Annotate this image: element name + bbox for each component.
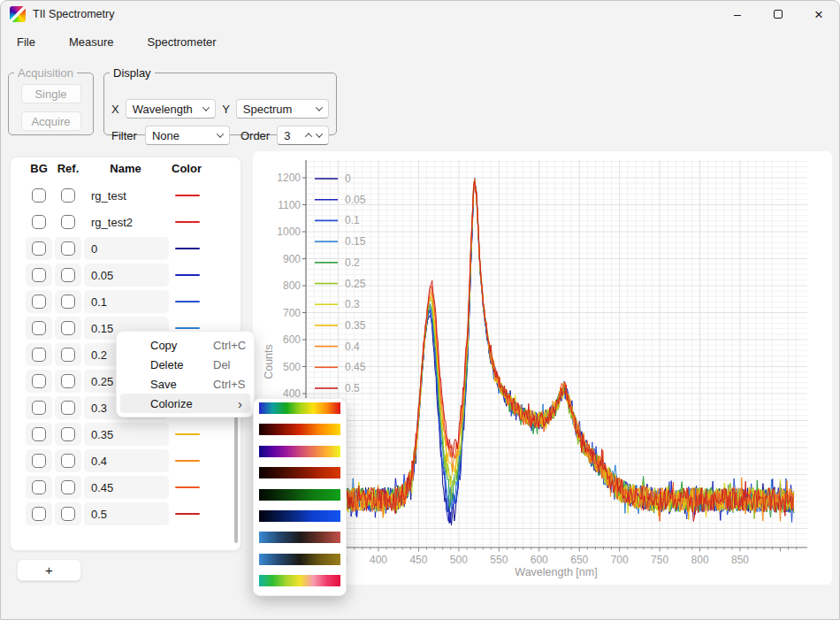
ref-checkbox[interactable] [61,507,75,521]
maximize-button[interactable] [758,1,798,27]
svg-text:1100: 1100 [278,199,301,211]
svg-text:850: 850 [731,554,749,566]
bg-cell [26,210,52,233]
bg-checkbox[interactable] [32,454,46,468]
context-menu-item-copy[interactable]: CopyCtrl+C [120,335,250,355]
order-spinbox[interactable]: 3 [277,126,329,145]
bg-checkbox[interactable] [32,295,46,309]
order-label: Order [241,129,270,142]
menu-spectrometer[interactable]: Spectrometer [137,32,227,52]
menu-measure[interactable]: Measure [58,32,125,52]
series-color-line [175,221,200,223]
acquire-button[interactable]: Acquire [21,111,81,131]
series-name-input[interactable]: 0.1 [84,290,169,313]
bg-checkbox[interactable] [32,507,46,521]
series-row: rg_test [11,182,241,209]
single-button[interactable]: Single [21,84,81,103]
ref-cell [55,423,81,446]
ref-checkbox[interactable] [61,215,75,229]
svg-text:500: 500 [450,554,468,566]
colormap-swatch-blue-black-gold[interactable] [259,554,340,565]
series-name-input[interactable]: rg_test [84,184,169,207]
svg-text:0.1: 0.1 [345,214,360,226]
ref-checkbox[interactable] [61,295,75,309]
bg-cell [26,184,52,207]
bg-checkbox[interactable] [32,374,46,388]
bg-checkbox[interactable] [32,215,46,229]
bg-cell [26,476,52,499]
svg-text:0.15: 0.15 [345,235,366,248]
close-button[interactable]: × [798,1,839,27]
series-name-input[interactable]: 0.45 [84,476,169,499]
ref-cell [55,290,81,313]
svg-text:0.2: 0.2 [345,256,360,269]
colormap-swatch-hot[interactable] [259,424,340,435]
series-color-line [175,433,200,435]
x-axis-select[interactable]: Wavelength [126,99,216,119]
series-name-input[interactable]: 0.35 [84,423,169,446]
series-row: rg_test2 [11,209,241,235]
menu-item-shortcut: Del [213,358,231,371]
series-name-input[interactable]: rg_test2 [84,210,169,233]
bg-checkbox[interactable] [32,268,46,282]
colormap-swatch-blue-black-red[interactable] [259,532,340,543]
ref-checkbox[interactable] [61,188,75,203]
header-color: Color [172,162,202,175]
context-menu-item-colorize[interactable]: Colorize› [120,394,250,413]
ref-checkbox[interactable] [61,427,75,441]
colormap-swatch-black-blue[interactable] [259,510,340,522]
svg-text:400: 400 [370,554,387,566]
bg-checkbox[interactable] [32,188,46,203]
ref-checkbox[interactable] [61,348,75,362]
colormap-swatch-black-green[interactable] [259,489,340,501]
ref-checkbox[interactable] [61,401,75,415]
svg-text:700: 700 [283,307,301,319]
header-name: Name [110,162,141,175]
add-series-button[interactable]: + [17,559,81,581]
filter-select[interactable]: None [145,126,230,145]
ref-checkbox[interactable] [61,268,75,282]
bg-checkbox[interactable] [32,348,46,362]
display-groupbox: Display X Wavelength Y Spectrum Filter N… [103,66,337,135]
colormap-swatch-black-red[interactable] [259,467,340,478]
series-name-input[interactable]: 0.5 [84,502,169,525]
display-legend: Display [110,66,155,80]
chevron-down-icon [202,103,210,111]
bg-cell [26,343,52,366]
ref-checkbox[interactable] [61,321,75,335]
spin-up-icon[interactable] [305,133,312,140]
context-menu-item-save[interactable]: SaveCtrl+S [120,374,250,394]
ref-cell [55,343,81,366]
minimize-button[interactable]: – [717,1,758,27]
ref-checkbox[interactable] [61,374,75,388]
ref-checkbox[interactable] [61,241,75,256]
svg-text:800: 800 [691,554,709,566]
colormap-swatch-jet[interactable] [259,402,340,414]
series-name-input[interactable]: 0.4 [84,449,169,472]
ref-cell [55,370,81,393]
context-menu-item-delete[interactable]: DeleteDel [120,355,250,374]
bg-checkbox[interactable] [32,241,46,256]
ref-cell [55,476,81,499]
ref-checkbox[interactable] [61,454,75,468]
series-row: 0.45 [11,474,241,501]
colormap-swatch-plasma[interactable] [259,446,340,457]
svg-text:0.25: 0.25 [345,278,366,290]
menu-file[interactable]: File [6,32,46,52]
maximize-icon [774,10,783,19]
y-axis-select[interactable]: Spectrum [236,99,329,119]
spin-down-icon[interactable] [316,130,323,137]
svg-text:750: 750 [651,554,668,566]
ref-cell [55,449,81,472]
bg-checkbox[interactable] [32,321,46,335]
colormap-swatch-rainbow[interactable] [259,575,340,586]
ref-checkbox[interactable] [61,480,75,494]
series-name-input[interactable]: 0.05 [84,264,169,287]
bg-checkbox[interactable] [32,427,46,441]
bg-cell [26,449,52,472]
series-row: 0.4 [11,448,241,474]
svg-text:500: 500 [283,361,301,373]
bg-checkbox[interactable] [32,401,46,415]
series-name-input[interactable]: 0 [84,237,169,260]
bg-checkbox[interactable] [32,480,46,494]
